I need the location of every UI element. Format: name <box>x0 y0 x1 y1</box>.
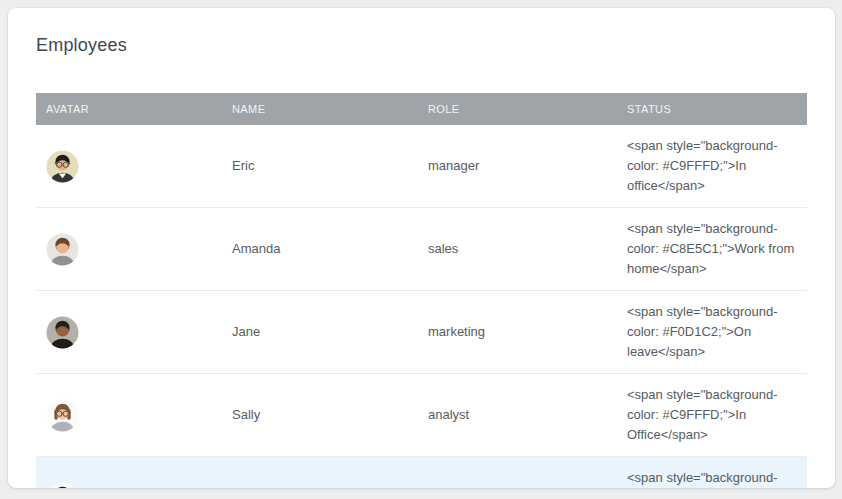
employees-table: AVATAR NAME ROLE STATUS Eric manager <box>36 93 807 488</box>
avatar-cell <box>36 222 222 277</box>
name-cell: Brad <box>222 477 418 488</box>
table-row[interactable]: Brad engineer <span style="background-co… <box>36 457 807 488</box>
name-cell: Jane <box>222 311 418 353</box>
avatar <box>46 482 79 489</box>
column-header-role: ROLE <box>418 103 617 115</box>
name-cell: Eric <box>222 145 418 187</box>
status-cell: <span style="background-color: #C8E5C1;"… <box>617 208 807 290</box>
table-header-row: AVATAR NAME ROLE STATUS <box>36 93 807 125</box>
table-row[interactable]: Sally analyst <span style="background-co… <box>36 374 807 457</box>
status-cell: <span style="background-color: #C9FFFD;"… <box>617 125 807 207</box>
name-cell: Sally <box>222 394 418 436</box>
status-cell: <span style="background-color: #F0D1C2;"… <box>617 291 807 373</box>
table-row[interactable]: Jane marketing <span style="background-c… <box>36 291 807 374</box>
avatar-cell <box>36 388 222 443</box>
column-header-name: NAME <box>222 103 418 115</box>
avatar <box>46 150 79 183</box>
avatar <box>46 399 79 432</box>
column-header-status: STATUS <box>617 103 807 115</box>
role-cell: marketing <box>418 311 617 353</box>
table-row[interactable]: Eric manager <span style="background-col… <box>36 125 807 208</box>
avatar-cell <box>36 305 222 360</box>
name-cell: Amanda <box>222 228 418 270</box>
status-cell: <span style="background-color: #C8E5C1;"… <box>617 457 807 488</box>
status-cell: <span style="background-color: #C9FFFD;"… <box>617 374 807 456</box>
table-row[interactable]: Amanda sales <span style="background-col… <box>36 208 807 291</box>
role-cell: analyst <box>418 394 617 436</box>
avatar <box>46 233 79 266</box>
avatar-cell <box>36 139 222 194</box>
avatar-cell <box>36 471 222 489</box>
employees-card: Employees AVATAR NAME ROLE STATUS <box>8 8 835 488</box>
role-cell: engineer <box>418 477 617 488</box>
column-header-avatar: AVATAR <box>36 103 222 115</box>
avatar <box>46 316 79 349</box>
role-cell: sales <box>418 228 617 270</box>
page-title: Employees <box>36 35 835 56</box>
role-cell: manager <box>418 145 617 187</box>
